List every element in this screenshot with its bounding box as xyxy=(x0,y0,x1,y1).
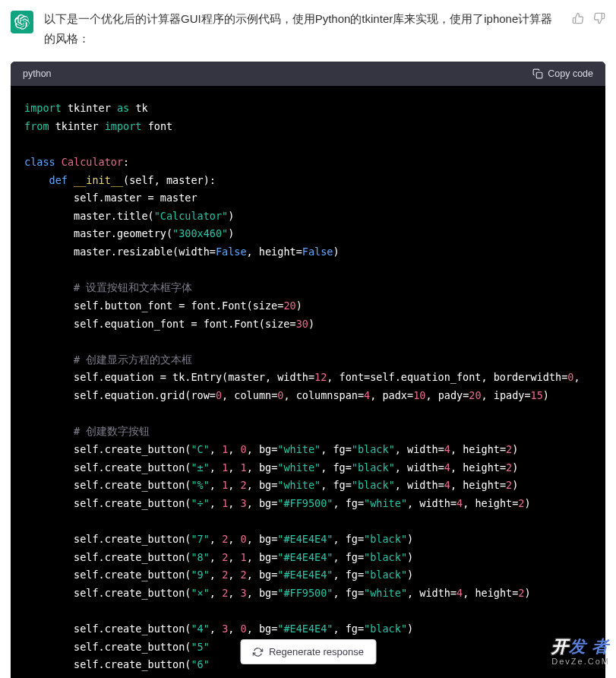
code-block: python Copy code import tkinter as tk fr… xyxy=(11,62,605,678)
chatgpt-avatar xyxy=(11,11,33,33)
thumbs-up-icon[interactable] xyxy=(572,12,584,27)
code-content[interactable]: import tkinter as tk from tkinter import… xyxy=(11,86,605,678)
code-lang-label: python xyxy=(23,68,52,79)
response-text: 以下是一个优化后的计算器GUI程序的示例代码，使用Python的tkinter库… xyxy=(44,9,561,48)
clipboard-icon xyxy=(532,68,543,79)
code-header: python Copy code xyxy=(11,62,605,86)
svg-rect-0 xyxy=(536,72,542,78)
regenerate-button[interactable]: Regenerate response xyxy=(240,639,376,664)
copy-code-button[interactable]: Copy code xyxy=(532,68,593,79)
refresh-icon xyxy=(252,647,263,657)
thumbs-down-icon[interactable] xyxy=(593,12,605,27)
